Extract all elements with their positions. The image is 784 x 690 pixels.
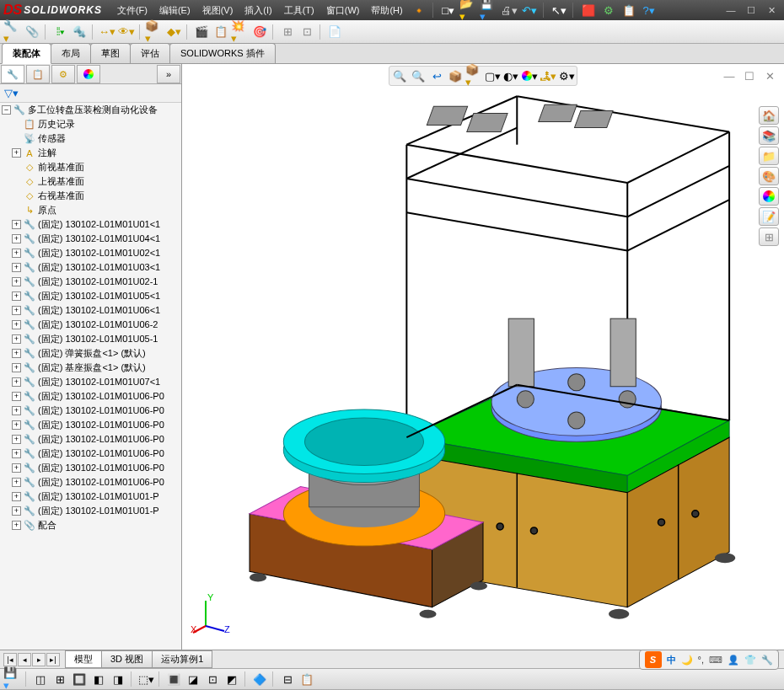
ime-lang[interactable]: 中 bbox=[667, 654, 676, 666]
clearance-icon[interactable]: ⊡ bbox=[298, 24, 316, 40]
bill-materials-icon[interactable]: 📋 bbox=[212, 24, 230, 40]
linear-pattern-icon[interactable]: ⦙⦙▾ bbox=[51, 24, 69, 40]
tree-expander[interactable]: + bbox=[12, 463, 21, 473]
tree-item[interactable]: +🔧(固定) 130102-L01M01U06<1 bbox=[0, 303, 181, 318]
tree-item[interactable]: +🔧(固定) 130102-L01M01U06-P0 bbox=[0, 461, 181, 475]
tree-item[interactable]: +🔧(固定) 130102-L01M01U03<1 bbox=[0, 260, 181, 275]
tree-item[interactable]: +📎配合 bbox=[0, 518, 181, 532]
tree-item[interactable]: +🔧(固定) 130102-L01M01U04<1 bbox=[0, 232, 181, 246]
select-icon[interactable]: ↖▾ bbox=[550, 2, 568, 19]
tree-item[interactable]: +🔧(固定) 130102-L01M01U06-P0 bbox=[0, 432, 181, 447]
mate-icon[interactable]: 📎 bbox=[23, 24, 41, 40]
minimize-button[interactable]: — bbox=[722, 3, 740, 18]
tree-expander[interactable]: + bbox=[12, 363, 21, 372]
sheet-icon[interactable]: 📄 bbox=[325, 24, 344, 40]
tree-item[interactable]: ↳原点 bbox=[0, 203, 181, 217]
menu-view[interactable]: 视图(V) bbox=[197, 3, 239, 19]
menu-tools[interactable]: 工具(T) bbox=[279, 3, 320, 19]
prev-tab-icon[interactable]: ◂ bbox=[18, 653, 31, 666]
new-motion-icon[interactable]: 🎬 bbox=[192, 24, 211, 40]
tree-item[interactable]: ◇前视基准面 bbox=[0, 160, 181, 174]
qa-icon7[interactable]: 🔳 bbox=[164, 671, 183, 687]
ime-punct-icon[interactable]: °, bbox=[698, 655, 704, 665]
tree-item[interactable]: +🔧(固定) 130102-L01M01U06-P0 bbox=[0, 418, 181, 432]
qa-icon8[interactable]: ◪ bbox=[184, 671, 202, 687]
tab-evaluate[interactable]: 评估 bbox=[130, 43, 170, 63]
tab-motion[interactable]: 运动算例1 bbox=[152, 650, 212, 668]
exploded-view-icon[interactable]: 💥▾ bbox=[231, 24, 250, 40]
qa-icon2[interactable]: ⊞ bbox=[51, 671, 69, 687]
menu-edit[interactable]: 编辑(E) bbox=[154, 3, 196, 19]
tree-item[interactable]: +🔧(固定) 130102-L01M01U05-1 bbox=[0, 332, 181, 346]
tree-expander[interactable]: + bbox=[12, 492, 21, 501]
last-tab-icon[interactable]: ▸| bbox=[46, 653, 60, 666]
feature-tree[interactable]: −🔧多工位转盘压装检测自动化设备📋历史记录📡传感器+A注解◇前视基准面◇上视基准… bbox=[0, 103, 181, 650]
display-tab[interactable] bbox=[77, 65, 100, 83]
tree-expander[interactable]: + bbox=[12, 478, 21, 487]
qa-icon13[interactable]: 📋 bbox=[298, 671, 316, 687]
ime-softkb-icon[interactable]: ⌨ bbox=[709, 655, 722, 666]
tree-item[interactable]: +🔧(固定) 130102-L01M01U06-P0 bbox=[0, 404, 181, 418]
ime-logo-icon[interactable]: S bbox=[645, 651, 662, 668]
tree-expander[interactable]: + bbox=[12, 506, 21, 516]
tree-expander[interactable]: + bbox=[12, 263, 21, 272]
tree-item[interactable]: +🔧(固定) 130102-L01M01U06-P0 bbox=[0, 475, 181, 489]
qa-icon10[interactable]: ◩ bbox=[223, 671, 241, 687]
tree-expander[interactable]: + bbox=[12, 277, 21, 286]
tree-item[interactable]: +🔧(固定) 130102-L01M01U01-P bbox=[0, 489, 181, 504]
tree-item[interactable]: +🔧(固定) 130102-L01M01U06-P0 bbox=[0, 447, 181, 461]
property-tab[interactable]: 📋 bbox=[26, 65, 50, 83]
qa-icon5[interactable]: ◨ bbox=[109, 671, 127, 687]
ime-tool-icon[interactable]: 🔧 bbox=[761, 655, 773, 666]
show-hidden-icon[interactable]: 👁▾ bbox=[117, 24, 136, 40]
tree-item[interactable]: ◇上视基准面 bbox=[0, 174, 181, 189]
menu-file[interactable]: 文件(F) bbox=[112, 3, 153, 19]
menu-window[interactable]: 窗口(W) bbox=[321, 3, 365, 19]
expand-tab[interactable]: » bbox=[157, 65, 180, 83]
tree-expander[interactable]: + bbox=[12, 406, 21, 415]
search-icon[interactable]: 🔸 bbox=[410, 2, 428, 19]
filter-icon[interactable]: ▽▾ bbox=[2, 85, 20, 102]
tree-item[interactable]: +🔧(固定) 130102-L01M01U01<1 bbox=[0, 217, 181, 232]
ime-moon-icon[interactable]: 🌙 bbox=[681, 655, 693, 666]
reference-geometry-icon[interactable]: ◆▾ bbox=[164, 24, 183, 40]
qa-icon1[interactable]: ◫ bbox=[31, 671, 50, 687]
tab-3dview[interactable]: 3D 视图 bbox=[101, 650, 153, 668]
config-tab[interactable]: ⚙ bbox=[51, 65, 75, 83]
tree-expander[interactable]: + bbox=[12, 334, 21, 344]
close-button[interactable]: ✕ bbox=[762, 3, 781, 18]
menu-insert[interactable]: 插入(I) bbox=[239, 3, 277, 19]
interference-icon[interactable]: ⊞ bbox=[278, 24, 297, 40]
tree-item[interactable]: 📡传感器 bbox=[0, 131, 181, 146]
maximize-button[interactable]: ☐ bbox=[742, 3, 760, 18]
instant3d-icon[interactable]: 🎯 bbox=[250, 24, 269, 40]
tab-sketch[interactable]: 草图 bbox=[90, 43, 131, 63]
tree-expander[interactable]: + bbox=[12, 349, 21, 358]
tree-expander[interactable]: + bbox=[12, 449, 21, 458]
open-icon[interactable]: 📂▾ bbox=[459, 2, 478, 19]
tree-expander[interactable]: + bbox=[12, 306, 21, 315]
tree-item[interactable]: 📋历史记录 bbox=[0, 117, 181, 131]
print-icon[interactable]: 🖨▾ bbox=[500, 2, 518, 19]
tab-layout[interactable]: 布局 bbox=[51, 43, 91, 63]
tree-item[interactable]: +🔧(固定) 130102-L01M01U06-P0 bbox=[0, 389, 181, 404]
next-tab-icon[interactable]: ▸ bbox=[32, 653, 46, 666]
tree-expander[interactable]: + bbox=[12, 234, 21, 243]
ime-toolbar[interactable]: S 中 🌙 °, ⌨ 👤 👕 🔧 bbox=[639, 650, 779, 670]
tree-item[interactable]: +🔧(固定) 130102-L01M01U07<1 bbox=[0, 375, 181, 389]
tree-item[interactable]: +🔧(固定) 弹簧振盘<1> (默认) bbox=[0, 346, 181, 361]
tree-item[interactable]: −🔧多工位转盘压装检测自动化设备 bbox=[0, 103, 181, 117]
first-tab-icon[interactable]: |◂ bbox=[3, 653, 17, 666]
undo-icon[interactable]: ↶▾ bbox=[520, 2, 539, 19]
qa-icon3[interactable]: 🔲 bbox=[70, 671, 89, 687]
orientation-triad[interactable]: Y X Z bbox=[189, 592, 231, 634]
tree-expander[interactable]: + bbox=[12, 392, 21, 401]
tree-expander[interactable]: + bbox=[12, 292, 21, 301]
feature-tree-tab[interactable]: 🔧 bbox=[1, 65, 24, 83]
qa-icon9[interactable]: ⊡ bbox=[203, 671, 222, 687]
tree-item[interactable]: +🔧(固定) 130102-L01M01U02-1 bbox=[0, 275, 181, 289]
rebuild-icon[interactable]: 🟥 bbox=[579, 2, 598, 19]
tree-expander[interactable]: + bbox=[12, 148, 21, 158]
tree-expander[interactable]: + bbox=[12, 249, 21, 258]
ime-person-icon[interactable]: 👤 bbox=[728, 655, 739, 666]
